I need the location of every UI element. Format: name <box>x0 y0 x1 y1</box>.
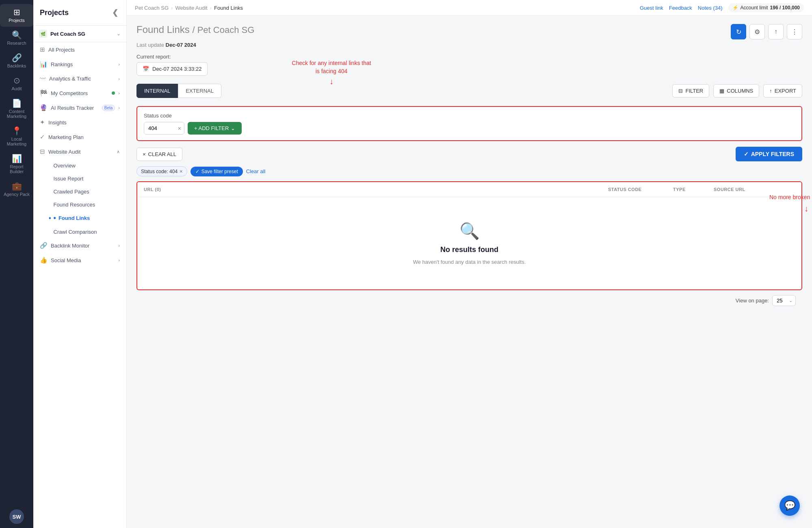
view-on-page-select[interactable]: 25 50 100 <box>772 295 796 306</box>
nav-item-social-media[interactable]: 👍 Social Media › <box>33 253 126 267</box>
topbar-actions: Guest link Feedback Notes (34) ⚡ Account… <box>640 3 804 12</box>
sidebar-label-backlinks: Backlinks <box>7 63 26 68</box>
no-results-title: No results found <box>440 246 498 254</box>
nav-item-analytics-traffic[interactable]: 〰 Analytics & Traffic › <box>33 72 126 86</box>
sidebar-item-backlinks[interactable]: 🔗 Backlinks <box>0 50 33 72</box>
project-selector[interactable]: 🌿 Pet Coach SG ⌄ <box>33 26 126 42</box>
columns-button[interactable]: ▦ COLUMNS <box>713 84 759 98</box>
nav-item-all-projects[interactable]: ⊞ All Projects <box>33 42 126 57</box>
local-marketing-icon: 📍 <box>12 127 22 135</box>
nav-item-my-competitors[interactable]: 🏁 My Competitors › <box>33 86 126 100</box>
table-header: URL (0) STATUS CODE TYPE SOURCE URL <box>137 182 801 197</box>
add-filter-button[interactable]: + ADD FILTER ⌄ <box>188 122 242 135</box>
main-area: Pet Coach SG › Website Audit › Found Lin… <box>127 0 812 528</box>
current-report-label: Current report: <box>136 54 802 60</box>
content-area: Found Links / Pet Coach SG ↻ ⚙ ↑ ⋮ Last … <box>127 16 812 528</box>
export-button[interactable]: ↑ EXPORT <box>763 84 802 98</box>
avatar[interactable]: SW <box>9 509 24 524</box>
more-options-button[interactable]: ⋮ <box>787 24 802 39</box>
header-actions: ↻ ⚙ ↑ ⋮ <box>731 24 802 39</box>
backlinks-icon: 🔗 <box>12 54 22 62</box>
col-header-status-code: STATUS CODE <box>608 187 673 192</box>
chat-icon: 💬 <box>784 500 795 511</box>
analytics-chevron-icon: › <box>118 76 120 81</box>
content-marketing-icon: 📄 <box>12 99 22 107</box>
chat-button[interactable]: 💬 <box>780 495 800 516</box>
col-header-url: URL (0) <box>144 187 608 192</box>
filter-tag-remove[interactable]: × <box>180 168 183 174</box>
filter-label: Status code <box>144 113 795 119</box>
sidebar-label-report-builder: Report Builder <box>2 164 31 174</box>
sidebar-label-agency-pack: Agency Pack <box>4 192 30 197</box>
save-preset-check-icon: ✓ <box>195 169 199 174</box>
project-chevron-icon: ⌄ <box>117 31 121 37</box>
save-preset-button[interactable]: ✓ Save filter preset <box>191 167 243 176</box>
filter-select-wrap: 404 200 301 302 500 × <box>144 122 184 135</box>
guest-link-button[interactable]: Guest link <box>640 5 663 11</box>
beta-badge: Beta <box>102 105 115 111</box>
feedback-button[interactable]: Feedback <box>669 5 692 11</box>
col-header-source-url: SOURCE URL <box>714 187 795 192</box>
refresh-button[interactable]: ↻ <box>731 24 746 39</box>
nav-item-rankings[interactable]: 📊 Rankings › <box>33 57 126 72</box>
collapse-nav-button[interactable]: ❮ <box>110 7 120 19</box>
col-header-type: TYPE <box>673 187 714 192</box>
website-audit-icon: ⊟ <box>40 148 45 155</box>
filter-button[interactable]: ⊟ FILTER <box>672 84 709 98</box>
nav-sub-item-overview[interactable]: Overview <box>33 159 126 172</box>
nav-sub-item-found-resources[interactable]: Found Resources <box>33 198 126 211</box>
clear-all-link[interactable]: Clear all <box>246 168 266 174</box>
filter-clear-icon[interactable]: × <box>178 125 181 132</box>
project-dot: 🌿 <box>39 30 47 38</box>
nav-item-backlink-monitor[interactable]: 🔗 Backlink Monitor › <box>33 238 126 253</box>
upload-button[interactable]: ↑ <box>768 24 784 39</box>
left-nav-header: Projects ❮ <box>33 0 126 26</box>
clear-all-button[interactable]: × CLEAR ALL <box>136 148 182 161</box>
competitors-chevron-icon: › <box>118 91 120 96</box>
agency-pack-icon: 💼 <box>12 182 22 190</box>
nav-sub-item-issue-report[interactable]: Issue Report <box>33 172 126 185</box>
nav-sub-item-found-links[interactable]: • Found Links <box>33 211 126 225</box>
columns-icon: ▦ <box>719 88 724 94</box>
ai-tracker-chevron-icon: › <box>118 105 120 110</box>
tab-internal[interactable]: INTERNAL <box>136 84 178 98</box>
social-media-icon: 👍 <box>40 256 48 264</box>
sidebar-label-content-marketing: Content Marketing <box>2 109 31 119</box>
competitors-icon: 🏁 <box>40 89 48 97</box>
breadcrumb-website-audit[interactable]: Website Audit <box>175 5 207 11</box>
analytics-icon: 〰 <box>40 75 46 82</box>
breadcrumb-pet-coach-sg[interactable]: Pet Coach SG <box>135 5 169 11</box>
tab-external[interactable]: EXTERNAL <box>178 84 221 98</box>
rankings-icon: 📊 <box>40 61 48 68</box>
view-on-page-label: View on page: <box>736 298 769 304</box>
sidebar-item-agency-pack[interactable]: 💼 Agency Pack <box>0 178 33 201</box>
sidebar-item-audit[interactable]: ⊙ Audit <box>0 72 33 95</box>
nav-sub-item-crawled-pages[interactable]: Crawled Pages <box>33 185 126 198</box>
nav-item-marketing-plan[interactable]: ✓ Marketing Plan <box>33 130 126 144</box>
tabs: INTERNAL EXTERNAL <box>136 84 221 98</box>
notes-button[interactable]: Notes (34) <box>698 5 723 11</box>
no-results-icon: 🔍 <box>459 222 480 241</box>
account-limit-icon: ⚡ <box>732 5 738 11</box>
page-subtitle: / Pet Coach SG <box>192 25 254 35</box>
settings-button[interactable]: ⚙ <box>749 24 765 39</box>
sidebar-item-projects[interactable]: ⊞ Projects <box>0 4 33 27</box>
sidebar-item-content-marketing[interactable]: 📄 Content Marketing <box>0 95 33 123</box>
nav-sub-item-crawl-comparison[interactable]: Crawl Comparison <box>33 225 126 238</box>
clear-x-icon: × <box>143 151 146 157</box>
sidebar-item-report-builder[interactable]: 📊 Report Builder <box>0 150 33 178</box>
nav-item-insights[interactable]: ✦ Insights <box>33 115 126 130</box>
rankings-chevron-icon: › <box>118 62 120 67</box>
current-report: Current report: 📅 Dec-07 2024 3:33:22 <box>136 54 802 76</box>
report-date-button[interactable]: 📅 Dec-07 2024 3:33:22 <box>136 62 208 76</box>
export-icon: ↑ <box>769 88 772 94</box>
apply-filters-button[interactable]: ✓ APPLY FILTERS <box>736 147 802 161</box>
active-filters-row: Status code: 404 × ✓ Save filter preset … <box>136 166 802 176</box>
report-builder-icon: 📊 <box>12 154 22 163</box>
nav-item-ai-results-tracker[interactable]: 🔮 AI Results Tracker Beta › <box>33 100 126 115</box>
ai-tracker-icon: 🔮 <box>40 104 48 111</box>
sidebar-item-research[interactable]: 🔍 Research <box>0 27 33 50</box>
report-date-value: Dec-07 2024 3:33:22 <box>152 66 201 72</box>
nav-item-website-audit[interactable]: ⊟ Website Audit ∧ <box>33 144 126 159</box>
sidebar-item-local-marketing[interactable]: 📍 Local Marketing <box>0 123 33 150</box>
